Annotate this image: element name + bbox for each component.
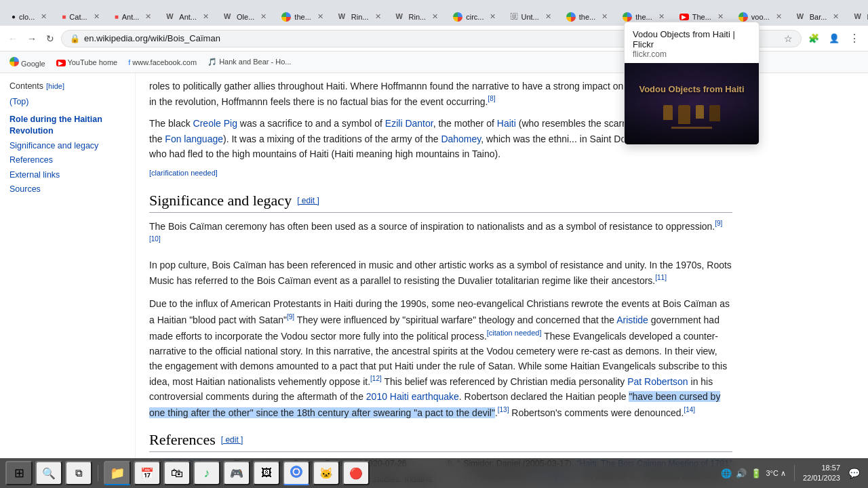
cite-11[interactable]: [11] — [655, 274, 667, 281]
popup-image-title: Vodou Objects from Haiti — [633, 79, 749, 100]
tab-6[interactable]: the... ✕ — [274, 7, 330, 26]
taskbar-scratch[interactable]: 🐱 — [313, 461, 340, 485]
bookmark-hank[interactable]: 🎵 Hank and Bear - Ho... — [203, 56, 295, 68]
significance-edit-link[interactable]: [ edit ] — [297, 196, 319, 205]
cite-10[interactable]: [10] — [149, 235, 161, 243]
tab-close-6[interactable]: ✕ — [317, 12, 323, 21]
google-favicon-12 — [623, 12, 632, 22]
sidebar-item-significance[interactable]: Significance and legacy — [9, 139, 125, 154]
ezili-dantor-link[interactable]: Ezili Dantor — [385, 118, 433, 129]
taskbar-spotify[interactable]: ♪ — [193, 461, 220, 485]
taskbar-chrome[interactable] — [283, 461, 310, 485]
haiti-link-1[interactable]: Haiti — [497, 118, 516, 129]
extensions-button[interactable]: 🧩 — [806, 30, 822, 46]
tab-close-14[interactable]: ✕ — [776, 12, 782, 21]
cite-8[interactable]: [8] — [488, 95, 495, 102]
taskbar-calendar[interactable]: 📅 — [134, 461, 161, 485]
forward-button[interactable]: → — [24, 30, 39, 47]
profile-button[interactable]: 👤 — [826, 30, 842, 46]
tab-close-4[interactable]: ✕ — [203, 12, 209, 21]
tab-8[interactable]: W Rin... ✕ — [389, 7, 446, 26]
clarification-needed: [clarification needed] — [149, 169, 218, 177]
system-icons: 🌐 🔊 🔋 3°C ∧ — [721, 468, 786, 479]
sidebar-item-top[interactable]: (Top) — [9, 95, 125, 110]
taskbar-separator-1 — [98, 465, 98, 481]
tab-9[interactable]: circ... ✕ — [446, 7, 503, 26]
fon-language-link[interactable]: Fon language — [165, 134, 223, 144]
back-button[interactable]: ← — [5, 30, 20, 47]
sidebar-link-external[interactable]: External links — [9, 169, 125, 182]
taskbar-file-explorer[interactable]: 📁 — [104, 461, 131, 485]
tab-3[interactable]: ■ Ant... ✕ — [107, 7, 159, 26]
taskbar-photos[interactable]: 🖼 — [253, 461, 280, 485]
earthquake-link[interactable]: 2010 Haiti earthquake — [366, 391, 459, 402]
network-icon[interactable]: 🌐 — [721, 468, 732, 479]
reload-button[interactable]: ↻ — [43, 30, 57, 47]
tab-close-15[interactable]: ✕ — [833, 12, 839, 21]
google-favicon-14 — [738, 12, 748, 22]
hide-toc-link[interactable]: [hide] — [46, 82, 64, 90]
sidebar-link-references[interactable]: References — [9, 155, 125, 167]
tab-close-7[interactable]: ✕ — [375, 12, 381, 21]
start-button[interactable]: ⊞ — [5, 461, 33, 485]
tab-close-13[interactable]: ✕ — [717, 12, 724, 21]
pat-robertson-link[interactable]: Pat Robertson — [627, 376, 688, 387]
references-section-title: References — [149, 431, 216, 449]
tab-close-3[interactable]: ✕ — [145, 12, 151, 21]
notification-button[interactable]: 💬 — [846, 465, 863, 481]
tab-close-11[interactable]: ✕ — [601, 12, 608, 21]
star-icon[interactable]: ☆ — [784, 33, 793, 44]
tab-close-1[interactable]: ✕ — [41, 12, 47, 21]
tab-16[interactable]: W Bar... ✕ — [846, 7, 868, 26]
tab-close-8[interactable]: ✕ — [432, 12, 438, 21]
battery-icon[interactable]: 🔋 — [751, 468, 762, 479]
tab-4[interactable]: W Ant... ✕ — [159, 7, 216, 26]
cite-13[interactable]: [13] — [498, 406, 509, 413]
tab-10[interactable]: 🇺 Unt... ✕ — [503, 7, 558, 26]
cite-12[interactable]: [12] — [370, 375, 382, 382]
sidebar-item-role[interactable]: Role during the Haitian Revolution — [9, 113, 125, 139]
task-view-button[interactable]: ⧉ — [65, 461, 92, 485]
tab-15[interactable]: W Bar... ✕ — [789, 7, 847, 26]
sidebar-item-external[interactable]: External links — [9, 168, 125, 183]
tab-11[interactable]: the... ✕ — [559, 7, 615, 26]
tab-close-12[interactable]: ✕ — [658, 12, 665, 21]
volume-icon[interactable]: 🔊 — [736, 468, 747, 479]
taskbar: ⊞ 🔍 ⧉ 📁 📅 🛍 ♪ 🎮 🖼 🐱 � — [0, 458, 868, 488]
tab-1[interactable]: ● clo... ✕ — [4, 7, 54, 26]
sidebar-item-references[interactable]: References — [9, 153, 125, 168]
menu-button[interactable]: ⋮ — [846, 29, 863, 47]
cite-14[interactable]: [14] — [684, 406, 695, 413]
wiki-favicon-7: W — [338, 12, 348, 22]
taskbar-clock[interactable]: 18:57 22/01/2023 — [803, 463, 840, 484]
cite-9b[interactable]: [9] — [287, 313, 294, 321]
sidebar-link-sources[interactable]: Sources — [9, 184, 125, 196]
taskbar-store[interactable]: 🛍 — [163, 461, 191, 485]
aristide-link[interactable]: Aristide — [616, 314, 648, 325]
sidebar-item-sources[interactable]: Sources — [9, 182, 125, 197]
tab-2[interactable]: ■ Cat... ✕ — [54, 7, 106, 26]
sidebar-link-top[interactable]: (Top) — [9, 96, 125, 108]
sidebar-link-significance[interactable]: Significance and legacy — [9, 140, 125, 152]
tab-5[interactable]: W Ole... ✕ — [216, 7, 274, 26]
tab-close-2[interactable]: ✕ — [94, 12, 100, 21]
sidebar-link-role[interactable]: Role during the Haitian Revolution — [9, 114, 125, 138]
table-of-contents: Contents [hide] (Top) Role during the Ha… — [0, 73, 136, 488]
tab-close-9[interactable]: ✕ — [490, 12, 496, 21]
bookmark-facebook[interactable]: f www.facebook.com — [124, 57, 201, 68]
popup-header: Vodou Objects from Haiti | Flickr flickr… — [625, 22, 759, 63]
creole-pig-link[interactable]: Creole Pig — [193, 118, 237, 129]
taskbar-extra-1[interactable]: 🔴 — [342, 461, 370, 485]
tab-close-10[interactable]: ✕ — [545, 12, 551, 21]
cite-9[interactable]: [9] — [715, 220, 722, 227]
photos-icon: 🖼 — [261, 467, 272, 479]
references-edit-link[interactable]: [ edit ] — [221, 435, 243, 445]
bookmark-google[interactable]: Google — [5, 56, 50, 69]
dahomey-link[interactable]: Dahomey — [441, 134, 481, 144]
search-button[interactable]: 🔍 — [35, 461, 62, 485]
flickr-popup[interactable]: Vodou Objects from Haiti | Flickr flickr… — [624, 22, 760, 145]
bookmark-youtube[interactable]: ▶ YouTube home — [52, 57, 122, 68]
tab-7[interactable]: W Rin... ✕ — [331, 7, 389, 26]
taskbar-gaming[interactable]: 🎮 — [223, 461, 250, 485]
tab-close-5[interactable]: ✕ — [260, 12, 267, 21]
